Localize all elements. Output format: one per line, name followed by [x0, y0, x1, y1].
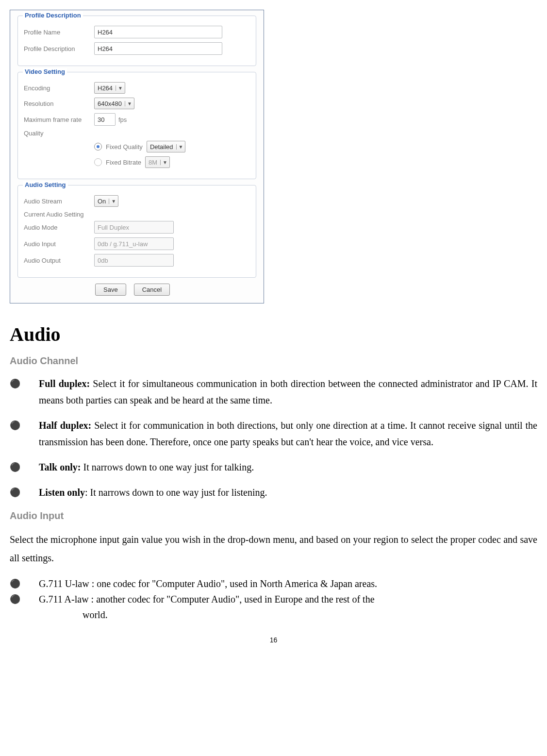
fixed-bitrate-select: 8M ▼: [145, 156, 170, 168]
audio-input-label: Audio Input: [24, 240, 94, 248]
bullet-listen-only: ⚫ Listen only: It narrows down to one wa…: [10, 484, 537, 501]
bullet-bold: Talk only:: [39, 462, 81, 472]
resolution-select-value: 640x480: [98, 100, 122, 107]
current-audio-setting-label: Current Audio Setting: [24, 211, 250, 218]
audio-input-subheading: Audio Input: [10, 510, 537, 521]
bullet-icon: ⚫: [10, 459, 39, 475]
save-button[interactable]: Save: [95, 284, 126, 296]
settings-panel-inner: Profile Description Profile Name Profile…: [11, 11, 263, 302]
bullet-icon: ⚫: [10, 417, 39, 450]
bullet-icon: ⚫: [10, 592, 39, 606]
audio-mode-label: Audio Mode: [24, 224, 94, 231]
page-number: 16: [10, 636, 537, 644]
bullet-talk-only: ⚫ Talk only: It narrows down to one way …: [10, 459, 537, 475]
fixed-quality-label: Fixed Quality: [106, 143, 143, 151]
chevron-down-icon: ▼: [116, 85, 123, 91]
bullet-icon: ⚫: [10, 577, 39, 590]
audio-mode-input: [94, 221, 174, 234]
bullet-bold: Half duplex:: [39, 420, 91, 431]
audio-stream-value: On: [98, 198, 106, 205]
max-frame-rate-input[interactable]: [94, 113, 116, 126]
bullet-text: Select it for simultaneous communication…: [39, 378, 537, 405]
bullet-g711-alaw-continue: world.: [83, 608, 537, 622]
profile-name-input[interactable]: [94, 26, 222, 38]
video-setting-fieldset: Video Setting Encoding H264 ▼ Resolution…: [17, 72, 256, 179]
encoding-label: Encoding: [24, 84, 94, 92]
audio-setting-legend: Audio Setting: [23, 181, 68, 188]
encoding-select[interactable]: H264 ▼: [94, 82, 125, 94]
audio-heading: Audio: [10, 323, 537, 346]
quality-label: Quality: [24, 130, 94, 137]
fps-unit: fps: [118, 116, 127, 123]
chevron-down-icon: ▼: [176, 144, 183, 150]
bullet-half-duplex: ⚫ Half duplex: Select it for communicati…: [10, 417, 537, 450]
audio-channel-subheading: Audio Channel: [10, 355, 537, 367]
audio-output-label: Audio Output: [24, 257, 94, 264]
bullet-text: G.711 U-law : one codec for "Computer Au…: [39, 577, 537, 590]
bullet-full-duplex: ⚫ Full duplex: Select it for simultaneou…: [10, 375, 537, 408]
video-setting-legend: Video Setting: [23, 68, 67, 75]
audio-setting-fieldset: Audio Setting Audio Stream On ▼ Current …: [17, 185, 256, 278]
bullet-icon: ⚫: [10, 484, 39, 501]
audio-input-input: [94, 237, 174, 250]
profile-description-fieldset: Profile Description Profile Name Profile…: [17, 16, 256, 66]
bullet-bold: Listen only: [39, 487, 85, 498]
audio-output-input: [94, 254, 174, 267]
fixed-bitrate-label: Fixed Bitrate: [106, 159, 141, 166]
fixed-bitrate-value: 8M: [149, 159, 157, 166]
audio-stream-label: Audio Stream: [24, 198, 94, 205]
bullet-text: Select it for communication in both dire…: [39, 420, 537, 447]
fixed-quality-value: Detailed: [150, 143, 173, 151]
settings-panel: Profile Description Profile Name Profile…: [10, 10, 264, 303]
audio-stream-select[interactable]: On ▼: [94, 195, 118, 207]
profile-description-legend: Profile Description: [23, 12, 83, 19]
chevron-down-icon: ▼: [109, 199, 116, 204]
bullet-icon: ⚫: [10, 375, 39, 408]
encoding-select-value: H264: [98, 84, 113, 92]
profile-description-label: Profile Description: [24, 45, 94, 52]
fixed-quality-select[interactable]: Detailed ▼: [147, 141, 186, 152]
bullet-text: G.711 A-law : another codec for "Compute…: [39, 592, 537, 606]
bullet-text: : It narrows down to one way just for li…: [85, 487, 267, 498]
resolution-select[interactable]: 640x480 ▼: [94, 98, 134, 109]
bullet-bold: Full duplex:: [39, 378, 90, 389]
cancel-button[interactable]: Cancel: [134, 284, 170, 296]
audio-input-paragraph: Select the microphone input gain value y…: [10, 530, 537, 567]
bullet-text: It narrows down to one way just for talk…: [81, 462, 254, 472]
bullet-g711-ulaw: ⚫ G.711 U-law : one codec for "Computer …: [10, 577, 537, 590]
profile-name-label: Profile Name: [24, 29, 94, 36]
profile-description-input[interactable]: [94, 42, 222, 55]
max-frame-rate-label: Maximum frame rate: [24, 116, 94, 123]
bullet-g711-alaw: ⚫ G.711 A-law : another codec for "Compu…: [10, 592, 537, 606]
chevron-down-icon: ▼: [125, 101, 132, 106]
fixed-bitrate-radio[interactable]: [94, 158, 102, 166]
fixed-quality-radio[interactable]: [94, 143, 102, 151]
resolution-label: Resolution: [24, 100, 94, 107]
chevron-down-icon: ▼: [160, 160, 167, 165]
